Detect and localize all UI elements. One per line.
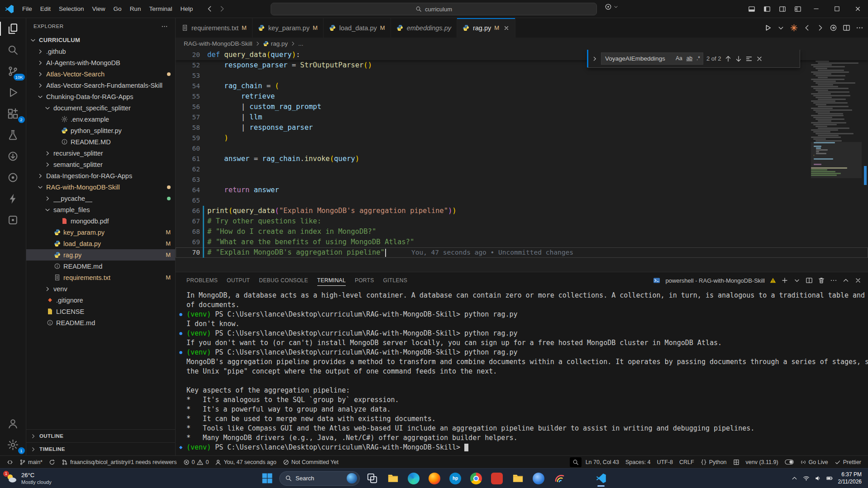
clock[interactable]: 6:37 PM 2/11/2026 xyxy=(838,471,862,485)
editor[interactable]: 20def query_data(query):52 response_pars… xyxy=(176,50,868,272)
toggle-replace-icon[interactable] xyxy=(591,56,598,62)
menu-selection[interactable]: Selection xyxy=(55,3,88,14)
code-area[interactable]: 20def query_data(query):52 response_pars… xyxy=(176,50,868,272)
panel-tab-output[interactable]: OUTPUT xyxy=(222,272,254,289)
menu-run[interactable]: Run xyxy=(126,3,145,14)
edge-taskbar-icon[interactable] xyxy=(405,470,422,487)
menu-terminal[interactable]: Terminal xyxy=(145,3,176,14)
settings-icon[interactable]: 1 xyxy=(0,434,26,455)
tab-requirements.txt[interactable]: requirements.txtM xyxy=(176,18,253,38)
python-interpreter[interactable]: venv (3.11.9) xyxy=(743,456,782,468)
code-line[interactable]: 60 xyxy=(176,143,868,154)
menu-view[interactable]: View xyxy=(88,3,110,14)
run-dropdown-icon[interactable] xyxy=(777,24,785,32)
command-center-search[interactable]: curriculum xyxy=(271,3,597,15)
code-line[interactable]: 67# Try other questions like: xyxy=(176,216,868,227)
brave-taskbar-icon[interactable] xyxy=(572,470,589,487)
commit-status[interactable]: Not Committed Yet xyxy=(280,456,342,468)
command-decoration-icon[interactable] xyxy=(178,350,184,355)
chrome-taskbar-icon[interactable] xyxy=(467,470,485,487)
minimap-slider[interactable] xyxy=(811,142,862,178)
code-line[interactable]: 63 xyxy=(176,175,868,185)
tree-item-Data-Ingestion-for-RAG-Apps[interactable]: Data-Ingestion-for-RAG-Apps xyxy=(26,170,175,181)
tree-item-Atlas-Vector-Search[interactable]: Atlas-Vector-Search xyxy=(26,68,175,80)
tree-item-python_splitter.py[interactable]: python_splitter.py xyxy=(26,125,175,136)
tab-key_param.py[interactable]: key_param.pyM xyxy=(253,18,324,38)
tree-item-key_param.py[interactable]: key_param.pyM xyxy=(26,227,175,238)
accounts-icon[interactable] xyxy=(0,413,26,434)
previous-change-icon[interactable] xyxy=(803,24,811,32)
code-line[interactable]: 65 xyxy=(176,195,868,206)
toggle-switch[interactable] xyxy=(782,456,797,468)
tab-rag.py[interactable]: rag.pyM xyxy=(457,18,515,38)
security-taskbar-icon[interactable] xyxy=(488,470,506,487)
code-line[interactable]: 61 answer = rag_chain.invoke(query) xyxy=(176,154,868,164)
tree-item-mongodb.pdf[interactable]: mongodb.pdf xyxy=(26,215,175,227)
source-control-icon[interactable]: 10K xyxy=(0,61,26,82)
vscode-taskbar-icon[interactable] xyxy=(592,470,610,487)
copilot-icon[interactable] xyxy=(605,3,619,10)
tree-item-venv[interactable]: venv xyxy=(26,283,175,294)
tray-expand-icon[interactable] xyxy=(791,475,798,482)
language-mode[interactable]: Python xyxy=(697,456,730,468)
minimize-button[interactable] xyxy=(806,0,826,18)
toggle-panel-icon[interactable] xyxy=(744,0,759,18)
tree-item-Chunking-Data-for-RAG-Apps[interactable]: Chunking-Data-for-RAG-Apps xyxy=(26,91,175,102)
code-line[interactable]: 55 retrieve xyxy=(176,91,868,102)
tab-load_data.py[interactable]: load_data.pyM xyxy=(324,18,391,38)
tree-item-sample_files[interactable]: sample_files xyxy=(26,204,175,215)
arcs-taskbar-icon[interactable] xyxy=(551,470,568,487)
thunder-client-icon[interactable] xyxy=(0,188,26,209)
battery-icon[interactable] xyxy=(826,475,833,482)
tree-item-LICENSE[interactable]: LICENSE xyxy=(26,306,175,317)
remote-indicator[interactable] xyxy=(4,456,16,468)
tree-item-Atlas-Vector-Search-Fundamentals-Skill[interactable]: Atlas-Vector-Search-Fundamentals-Skill xyxy=(26,80,175,91)
tree-item-.env.example[interactable]: .env.example xyxy=(26,114,175,125)
code-line[interactable]: 70# "Explain MongoDB's aggregation pipel… xyxy=(176,247,868,258)
next-change-icon[interactable] xyxy=(816,24,824,32)
panel-tab-problems[interactable]: PROBLEMS xyxy=(182,272,222,289)
code-line[interactable]: 53 xyxy=(176,71,868,81)
sidebar-section-outline[interactable]: OUTLINE xyxy=(26,429,175,442)
panel-more-icon[interactable] xyxy=(830,277,837,284)
tree-item-README.MD[interactable]: README.MD xyxy=(26,136,175,147)
tree-item-README.md[interactable]: README.md xyxy=(26,261,175,272)
tree-item-.github[interactable]: .github xyxy=(26,46,175,57)
find-in-selection-icon[interactable] xyxy=(745,55,753,62)
code-line[interactable]: 57 | llm xyxy=(176,112,868,123)
customize-layout-icon[interactable] xyxy=(790,0,806,18)
files-folder-taskbar-icon[interactable] xyxy=(509,470,526,487)
close-panel-icon[interactable] xyxy=(854,277,862,284)
breadcrumb-item-RAG-with-MongoDB-Skill[interactable]: RAG-with-MongoDB-Skill xyxy=(184,40,253,47)
panel-tab-gitlens[interactable]: GITLENS xyxy=(379,272,412,289)
taskbar-search[interactable]: Search xyxy=(279,471,360,486)
close-button[interactable] xyxy=(847,0,868,18)
problems[interactable]: 00 xyxy=(180,456,212,468)
pull-request[interactable]: fraanciisq/bicol_artistry#1 needs review… xyxy=(58,456,180,468)
explorer-more-icon[interactable] xyxy=(161,23,168,30)
python-env-icon[interactable] xyxy=(0,209,26,231)
pytest-runner-icon[interactable] xyxy=(790,24,798,32)
split-terminal-icon[interactable] xyxy=(806,277,813,284)
maximize-button[interactable] xyxy=(826,0,847,18)
file-explorer-taskbar-icon[interactable] xyxy=(384,470,401,487)
tree-item-load_data.py[interactable]: load_data.pyM xyxy=(26,238,175,249)
prettier[interactable]: Prettier xyxy=(831,456,864,468)
volume-icon[interactable] xyxy=(815,475,821,482)
tree-item-.gitignore[interactable]: .gitignore xyxy=(26,294,175,306)
open-changes-icon[interactable] xyxy=(830,24,837,32)
tree-item-CURRICULUM[interactable]: CURRICULUM xyxy=(26,34,175,46)
command-decoration-icon[interactable] xyxy=(178,331,184,336)
panel-tab-terminal[interactable]: TERMINAL xyxy=(313,272,350,289)
tree-item-recursive_splitter[interactable]: recursive_splitter xyxy=(26,147,175,159)
remote-explorer-icon[interactable] xyxy=(0,146,26,167)
menu-help[interactable]: Help xyxy=(176,3,197,14)
menu-edit[interactable]: Edit xyxy=(36,3,55,14)
tree-item-RAG-with-MongoDB-Skill[interactable]: RAG-with-MongoDB-Skill xyxy=(26,181,175,193)
terminal[interactable]: In MongoDB, a database acts as a high-le… xyxy=(176,289,868,455)
tree-item-document_specific_splitter[interactable]: document_specific_splitter xyxy=(26,102,175,114)
maximize-panel-icon[interactable] xyxy=(842,277,849,284)
command-placeholder-icon[interactable] xyxy=(178,445,184,450)
code-line[interactable]: 69# "What are the benefits of using Mong… xyxy=(176,237,868,247)
breadcrumb-item-rag.py[interactable]: rag.py xyxy=(263,40,288,47)
